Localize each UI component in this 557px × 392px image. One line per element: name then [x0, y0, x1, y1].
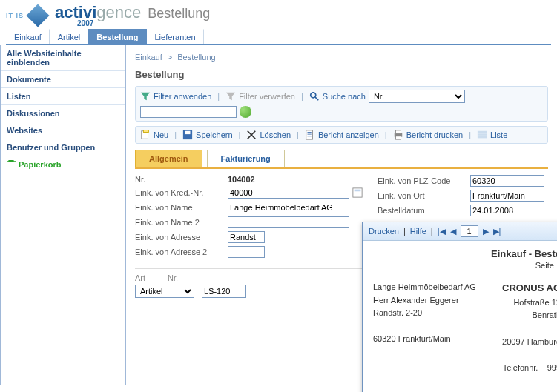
tel-label: Telefonnr.: [503, 363, 538, 372]
pager-last-icon[interactable]: ▶|: [493, 227, 501, 236]
breadcrumb: Einkauf > Bestellung: [135, 53, 548, 62]
save-button[interactable]: Speichern: [196, 130, 233, 139]
list-button[interactable]: Liste: [490, 130, 507, 139]
from-l4: 60320 Frankfurt/Main: [373, 333, 476, 346]
sidebar: Alle Websiteinhalte einblenden Dokumente…: [0, 45, 126, 385]
to-company: CRONUS AG: [502, 281, 557, 296]
report-button[interactable]: Bericht anzeigen: [318, 130, 379, 139]
delete-button[interactable]: Löschen: [260, 130, 291, 139]
svg-rect-14: [395, 136, 401, 139]
addr-input[interactable]: [228, 231, 265, 243]
popup-toolbar: Drucken | Hilfe | |◀ ◀ ▶ ▶|: [363, 222, 557, 241]
recycle-icon: [7, 160, 16, 169]
filter-reset[interactable]: Filter verwerfen: [239, 92, 295, 101]
page-subtitle: Bestellung: [148, 6, 210, 21]
svg-rect-5: [185, 131, 191, 134]
date-input[interactable]: [470, 205, 544, 216]
sidebar-item-discussions[interactable]: Diskussionen: [1, 105, 125, 122]
tab-lieferanten[interactable]: Lieferanten: [147, 29, 204, 44]
col-art: Art: [135, 273, 145, 282]
print-button[interactable]: Bericht drucken: [406, 130, 463, 139]
from-l3: Randstr. 2-20: [373, 307, 476, 320]
grid-art-select[interactable]: Artikel: [135, 285, 194, 298]
search-go-button[interactable]: [240, 106, 251, 118]
page-title: Bestellung: [135, 69, 548, 80]
sidebar-item-documents[interactable]: Dokumente: [1, 71, 125, 88]
search-icon: [309, 91, 320, 102]
new-icon: [140, 130, 151, 140]
grid-nr-input[interactable]: [202, 285, 246, 298]
search-input[interactable]: [140, 106, 237, 118]
ort-input[interactable]: [470, 190, 544, 202]
report-title: Einkauf - Beste: [491, 248, 557, 259]
sectab-invoicing[interactable]: Fakturierung: [207, 150, 285, 167]
sidebar-item-allcontent[interactable]: Alle Websiteinhalte einblenden: [1, 45, 125, 71]
nr-label: Nr.: [135, 175, 228, 184]
crumb-sep: >: [168, 53, 172, 62]
name2-input[interactable]: [228, 216, 349, 228]
addr2-input[interactable]: [228, 246, 265, 258]
sidebar-item-usersgroups[interactable]: Benutzer und Gruppen: [1, 139, 125, 156]
popup-print[interactable]: Drucken: [369, 227, 399, 236]
sidebar-item-lists[interactable]: Listen: [1, 88, 125, 105]
svg-rect-19: [355, 190, 361, 192]
report-page: Seite 1: [535, 261, 557, 270]
svg-rect-13: [395, 130, 401, 133]
cred-label: Eink. von Kred.-Nr.: [135, 188, 228, 197]
tab-artikel[interactable]: Artikel: [50, 29, 89, 44]
svg-rect-8: [306, 130, 313, 139]
new-button[interactable]: Neu: [154, 130, 168, 139]
top-nav: Einkauf Artikel Bestellung Lieferanten: [6, 29, 551, 45]
name-label: Eink. von Name: [135, 203, 228, 212]
save-icon: [182, 130, 193, 140]
from-l2: Herr Alexander Eggerer: [373, 294, 476, 308]
col-nr: Nr.: [168, 273, 178, 282]
sectab-general[interactable]: Allgemein: [135, 150, 202, 167]
brand-gence: gence: [96, 3, 141, 21]
recycle-label: Papierkorb: [19, 160, 61, 169]
tab-einkauf[interactable]: Einkauf: [6, 29, 50, 44]
cred-lookup-icon[interactable]: [352, 187, 363, 198]
name-input[interactable]: [228, 202, 349, 213]
popup-help[interactable]: Hilfe: [410, 227, 426, 236]
sidebar-item-recyclebin[interactable]: Papierkorb: [1, 156, 125, 173]
from-l1: Lange Heimmöbelbedarf AG: [373, 281, 476, 294]
pager-next-icon[interactable]: ▶: [483, 227, 489, 236]
action-bar: Neu | Speichern | Löschen | Bericht anze…: [135, 126, 548, 144]
to-city: Benrath: [502, 309, 557, 322]
nr-value: 104002: [228, 175, 255, 184]
tel-value: 999: [547, 363, 557, 372]
filter-apply[interactable]: Filter anwenden: [154, 92, 211, 101]
svg-line-1: [315, 97, 318, 100]
to-street: Hofstraße 12: [502, 296, 557, 310]
tab-bestellung[interactable]: Bestellung: [88, 29, 146, 44]
pager-page-input[interactable]: [461, 225, 478, 237]
svg-rect-15: [478, 131, 487, 133]
pager-first-icon[interactable]: |◀: [438, 227, 446, 236]
print-icon: [393, 130, 403, 140]
crumb-b[interactable]: Bestellung: [177, 53, 215, 62]
date-label: Bestelldatum: [378, 206, 470, 215]
plz-label: Eink. von PLZ-Code: [378, 176, 470, 185]
delete-icon: [246, 130, 257, 140]
filter-bar: Filter anwenden | Filter verwerfen | Suc…: [135, 86, 548, 122]
report-icon: [305, 130, 315, 140]
crumb-a[interactable]: Einkauf: [135, 53, 162, 62]
main-content: Einkauf > Bestellung Bestellung Filter a…: [126, 45, 557, 385]
report-to-address: CRONUS AG Hofstraße 12 Benrath 20097 Ham…: [502, 281, 557, 374]
cred-input[interactable]: [228, 187, 349, 199]
sidebar-item-websites[interactable]: Websites: [1, 122, 125, 139]
svg-point-0: [311, 93, 316, 98]
logo-icon: [26, 4, 49, 27]
svg-rect-3: [143, 130, 148, 133]
plz-input[interactable]: [470, 175, 544, 187]
svg-rect-16: [478, 133, 487, 136]
report-popup: Drucken | Hilfe | |◀ ◀ ▶ ▶| Einkauf - Be…: [362, 222, 557, 392]
to-zip: 20097 Hamburg: [502, 336, 557, 349]
search-field-select[interactable]: Nr.: [369, 90, 465, 103]
pager-prev-icon[interactable]: ◀: [450, 227, 456, 236]
filter-apply-icon: [140, 91, 151, 102]
ort-label: Eink. von Ort: [378, 191, 470, 200]
addr2-label: Eink. von Adresse 2: [135, 248, 228, 256]
svg-rect-17: [478, 136, 487, 139]
